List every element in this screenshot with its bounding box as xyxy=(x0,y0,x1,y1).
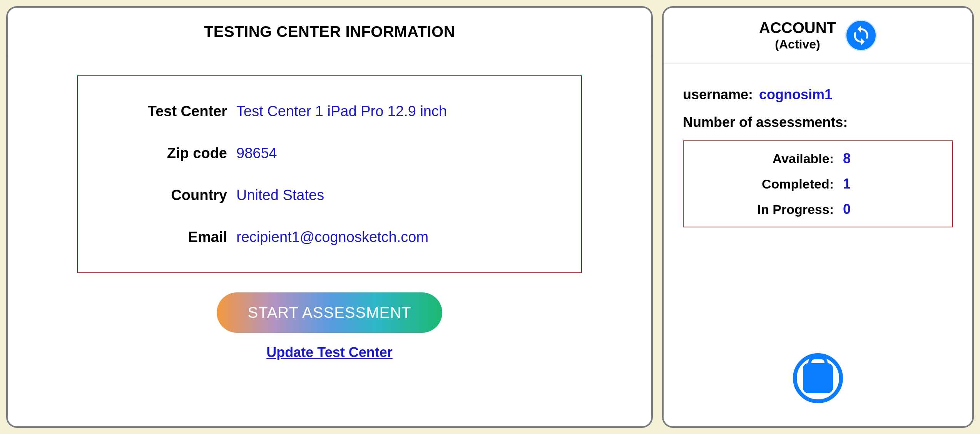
assessments-label: Number of assessments: xyxy=(683,114,953,130)
test-center-value: Test Center 1 iPad Pro 12.9 inch xyxy=(232,103,447,120)
email-value: recipient1@cognosketch.com xyxy=(232,229,428,245)
account-body: username: cognosim1 Number of assessment… xyxy=(664,63,972,426)
shop-button[interactable] xyxy=(793,353,843,403)
username-value: cognosim1 xyxy=(759,87,832,103)
testing-center-panel: TESTING CENTER INFORMATION Test Center T… xyxy=(6,6,653,428)
start-assessment-button[interactable]: START ASSESSMENT xyxy=(217,292,442,333)
account-header: ACCOUNT (Active) xyxy=(664,8,972,63)
zip-row: Zip code 98654 xyxy=(93,145,566,162)
zip-label: Zip code xyxy=(93,145,232,162)
account-title: ACCOUNT xyxy=(759,19,836,37)
testing-center-header: TESTING CENTER INFORMATION xyxy=(8,8,651,56)
shopping-bag-icon xyxy=(803,363,833,393)
refresh-button[interactable] xyxy=(845,20,877,51)
account-panel: ACCOUNT (Active) username: cognosim1 Num… xyxy=(662,6,974,428)
test-center-row: Test Center Test Center 1 iPad Pro 12.9 … xyxy=(93,103,566,120)
inprogress-label: In Progress: xyxy=(699,202,838,217)
country-label: Country xyxy=(93,187,232,204)
completed-label: Completed: xyxy=(699,177,838,192)
country-row: Country United States xyxy=(93,187,566,204)
completed-row: Completed: 1 xyxy=(699,176,937,192)
username-row: username: cognosim1 xyxy=(683,87,953,103)
actions-area: START ASSESSMENT Update Test Center xyxy=(31,292,628,368)
test-center-label: Test Center xyxy=(93,103,232,120)
email-label: Email xyxy=(93,229,232,245)
country-value: United States xyxy=(232,187,324,204)
email-row: Email recipient1@cognosketch.com xyxy=(93,229,566,245)
shop-area xyxy=(683,315,953,411)
zip-value: 98654 xyxy=(232,145,277,162)
testing-center-title: TESTING CENTER INFORMATION xyxy=(15,23,644,40)
assessments-stats-box: Available: 8 Completed: 1 In Progress: 0 xyxy=(683,140,953,227)
username-label: username: xyxy=(683,87,753,103)
inprogress-value: 0 xyxy=(838,201,851,217)
available-row: Available: 8 xyxy=(699,150,937,167)
available-label: Available: xyxy=(699,151,838,166)
completed-value: 1 xyxy=(838,176,851,192)
testing-center-body: Test Center Test Center 1 iPad Pro 12.9 … xyxy=(8,56,651,426)
account-status: (Active) xyxy=(759,37,836,52)
account-title-wrap: ACCOUNT (Active) xyxy=(759,19,836,52)
update-test-center-link[interactable]: Update Test Center xyxy=(31,344,628,361)
refresh-icon xyxy=(850,25,872,46)
inprogress-row: In Progress: 0 xyxy=(699,201,937,217)
available-value: 8 xyxy=(838,150,851,167)
testing-center-info-box: Test Center Test Center 1 iPad Pro 12.9 … xyxy=(77,75,582,273)
